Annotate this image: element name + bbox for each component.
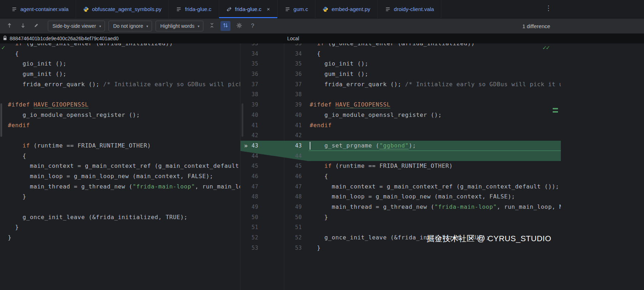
- chevron-down-icon: ▾: [146, 24, 148, 28]
- file-lines-icon: [11, 6, 17, 12]
- highlight-policy-dropdown[interactable]: Highlight words ▾: [156, 21, 203, 31]
- code-line: #ifdef HAVE_GIOOPENSSL: [309, 100, 561, 110]
- edit-source-button[interactable]: [31, 21, 41, 31]
- gear-icon: [236, 22, 242, 30]
- code-line: }: [0, 222, 240, 233]
- diff-title-bar: 8884746401b1cde9e400c26a26b4ef79c401aed0…: [0, 33, 644, 43]
- tabs-overflow-menu-icon[interactable]: ⋮: [545, 5, 552, 11]
- diff-toolbar: Side-by-side viewer ▾ Do not ignore ▾ Hi…: [0, 19, 644, 33]
- tab-frida-glue-c[interactable]: frida-glue.c: [169, 0, 219, 18]
- collapse-icon: [209, 22, 215, 30]
- code-line: [0, 130, 240, 141]
- help-button[interactable]: ?: [248, 21, 258, 31]
- ignore-policy-dropdown[interactable]: Do not ignore ▾: [108, 21, 152, 31]
- right-line-number: 35: [240, 59, 302, 69]
- left-revision-title: 8884746401b1cde9e400c26a26b4ef79c401aed0: [10, 36, 118, 41]
- chevron-down-icon: ▾: [198, 24, 199, 28]
- scrollbar-change-marker[interactable]: [553, 108, 558, 109]
- tab-label: droidy-client.vala: [394, 6, 434, 12]
- code-line: if (runtime == FRIDA_RUNTIME_OTHER): [0, 141, 240, 151]
- collapse-unchanged-button[interactable]: [207, 21, 217, 31]
- code-line: {: [0, 49, 240, 59]
- gutter-row: 4242: [240, 130, 309, 141]
- tab-obfuscate-agent-symbols-py[interactable]: obfuscate_agent_symbols.py: [76, 0, 169, 18]
- tab-agent-container-vala[interactable]: agent-container.vala: [4, 0, 76, 18]
- previous-difference-button[interactable]: [4, 21, 14, 31]
- code-line: }: [0, 192, 240, 202]
- difference-count: 1 difference: [522, 19, 550, 33]
- gutter-row: 3939: [240, 100, 309, 110]
- tab-label: frida-glue.c: [235, 6, 262, 12]
- gutter-row: 5151: [240, 222, 309, 233]
- gutter-row: 4747: [240, 182, 309, 192]
- tab-frida-glue-c[interactable]: frida-glue.c×: [219, 0, 278, 18]
- code-line: main_thread = g_thread_new ("frida-main-…: [309, 202, 561, 212]
- gutter-row: 3838: [240, 89, 309, 100]
- watermark: 掘金技术社区 @ CYRUS_STUDIO: [423, 233, 551, 244]
- gutter-row: 3737: [240, 79, 309, 90]
- code-line: if (runtime == FRIDA_RUNTIME_OTHER): [309, 161, 561, 171]
- next-difference-button[interactable]: [18, 21, 28, 31]
- code-line: gio_init ();: [309, 59, 561, 69]
- sync-scroll-icon: [223, 22, 228, 30]
- right-inspection-checks-icon[interactable]: ✓✓: [542, 45, 549, 51]
- gutter-row: 3434: [240, 49, 309, 59]
- arrow-up-icon: [6, 22, 12, 30]
- code-line: [0, 243, 240, 253]
- right-revision-title: Local: [284, 36, 299, 41]
- code-line: main_thread = g_thread_new ("frida-main-…: [0, 182, 240, 192]
- left-code-pane[interactable]: if (g_once_init_enter (&frida_initialize…: [0, 43, 240, 290]
- code-line: main_loop = g_main_loop_new (main_contex…: [309, 192, 561, 202]
- code-line: [0, 202, 240, 212]
- gutter-row: 4949: [240, 202, 309, 212]
- code-line: if (g_once_init_enter (&frida_initialize…: [0, 43, 240, 49]
- left-scrollbar-thumb[interactable]: [0, 103, 2, 137]
- question-mark-icon: ?: [251, 23, 254, 29]
- code-line: [0, 89, 240, 100]
- viewer-mode-dropdown[interactable]: Side-by-side viewer ▾: [48, 21, 105, 31]
- tab-embed-agent-py[interactable]: embed-agent.py: [315, 0, 377, 18]
- diff-settings-button[interactable]: [234, 21, 244, 31]
- right-line-number: 45: [240, 161, 302, 171]
- right-line-number: 41: [240, 120, 302, 131]
- code-line: main_loop = g_main_loop_new (main_contex…: [0, 171, 240, 182]
- gutter-row: 5252: [240, 233, 309, 243]
- right-line-number: 52: [240, 233, 302, 243]
- gutter-row: 5353: [240, 243, 309, 253]
- ide-window: agent-container.valaobfuscate_agent_symb…: [0, 0, 644, 290]
- gutter-scrollbar-thumb[interactable]: [242, 103, 243, 137]
- code-line: {: [309, 49, 561, 59]
- sync-scroll-button[interactable]: [220, 21, 230, 31]
- close-icon[interactable]: ×: [267, 6, 270, 12]
- chevron-down-icon: ▾: [99, 24, 101, 28]
- tab-droidy-client-vala[interactable]: droidy-client.vala: [378, 0, 442, 18]
- gutter-row: 4848: [240, 192, 309, 202]
- tab-label: gum.c: [294, 6, 308, 12]
- code-line: frida_error_quark (); /* Initialize earl…: [0, 79, 240, 90]
- file-lines-icon: [285, 6, 290, 12]
- scrollbar-change-marker[interactable]: [553, 111, 558, 113]
- highlight-policy-label: Highlight words: [160, 23, 194, 29]
- right-line-number: 49: [240, 202, 302, 212]
- python-icon: [323, 6, 328, 12]
- gutter-row: 3636: [240, 69, 309, 79]
- code-line: gum_init ();: [309, 69, 561, 79]
- right-line-number: 40: [240, 110, 302, 120]
- right-line-number: 42: [240, 130, 302, 141]
- file-lines-icon: [176, 6, 182, 12]
- code-line: }: [0, 233, 240, 243]
- code-line: g_io_module_openssl_register ();: [309, 110, 561, 120]
- left-inspection-check-icon[interactable]: ✓: [1, 45, 5, 51]
- code-line: g_set_prgname ("ggbond");: [309, 141, 561, 151]
- arrow-down-icon: [20, 22, 26, 30]
- code-line: g_once_init_leave (&frida_initialized, T…: [0, 212, 240, 223]
- tab-label: obfuscate_agent_symbols.py: [92, 6, 161, 12]
- tab-gum-c[interactable]: gum.c: [278, 0, 316, 18]
- code-line: gum_init ();: [0, 69, 240, 79]
- right-line-number: 33: [240, 43, 302, 49]
- code-line: {: [0, 151, 240, 161]
- tab-label: frida-glue.c: [185, 6, 211, 12]
- pencil-icon: [34, 22, 39, 30]
- code-line: g_io_module_openssl_register ();: [0, 110, 240, 120]
- right-code-pane[interactable]: if (g_once_init_enter (&frida_initialize…: [309, 43, 561, 290]
